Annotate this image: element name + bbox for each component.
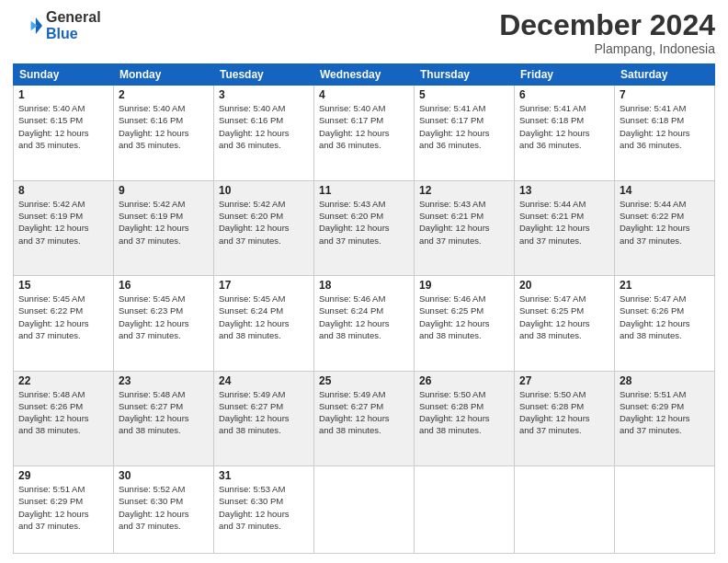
list-item: 9 Sunrise: 5:42 AMSunset: 6:19 PMDayligh… — [114, 180, 214, 275]
col-saturday: Saturday — [615, 64, 715, 86]
table-row: 1 Sunrise: 5:40 AMSunset: 6:15 PMDayligh… — [14, 86, 715, 180]
list-item: 21 Sunrise: 5:47 AMSunset: 6:26 PMDaylig… — [615, 276, 715, 371]
list-item: 31 Sunrise: 5:53 AMSunset: 6:30 PMDaylig… — [214, 466, 314, 554]
header-row: Sunday Monday Tuesday Wednesday Thursday… — [14, 64, 715, 86]
list-item: 15 Sunrise: 5:45 AMSunset: 6:22 PMDaylig… — [14, 276, 114, 371]
list-item: 20 Sunrise: 5:47 AMSunset: 6:25 PMDaylig… — [515, 276, 615, 371]
list-item: 2 Sunrise: 5:40 AMSunset: 6:16 PMDayligh… — [114, 86, 214, 180]
header: General Blue December 2024 Plampang, Ind… — [13, 9, 715, 56]
list-item: 13 Sunrise: 5:44 AMSunset: 6:21 PMDaylig… — [515, 180, 615, 275]
list-item: 16 Sunrise: 5:45 AMSunset: 6:23 PMDaylig… — [114, 276, 214, 371]
month-title: December 2024 — [499, 9, 715, 41]
col-tuesday: Tuesday — [214, 64, 314, 86]
list-item: 23 Sunrise: 5:48 AMSunset: 6:27 PMDaylig… — [114, 371, 214, 465]
list-item: 29 Sunrise: 5:51 AMSunset: 6:29 PMDaylig… — [14, 466, 114, 554]
calendar-table: Sunday Monday Tuesday Wednesday Thursday… — [13, 63, 715, 554]
table-row: 29 Sunrise: 5:51 AMSunset: 6:29 PMDaylig… — [14, 466, 715, 554]
title-block: December 2024 Plampang, Indonesia — [499, 9, 715, 56]
list-item: 30 Sunrise: 5:52 AMSunset: 6:30 PMDaylig… — [114, 466, 214, 554]
logo: General Blue — [13, 9, 101, 41]
page: General Blue December 2024 Plampang, Ind… — [0, 0, 728, 563]
list-item: 5 Sunrise: 5:41 AMSunset: 6:17 PMDayligh… — [415, 86, 515, 180]
list-item: 6 Sunrise: 5:41 AMSunset: 6:18 PMDayligh… — [515, 86, 615, 180]
list-item: 4 Sunrise: 5:40 AMSunset: 6:17 PMDayligh… — [314, 86, 415, 180]
empty-cell — [415, 466, 515, 554]
list-item: 24 Sunrise: 5:49 AMSunset: 6:27 PMDaylig… — [214, 371, 314, 465]
list-item: 28 Sunrise: 5:51 AMSunset: 6:29 PMDaylig… — [615, 371, 715, 465]
list-item: 10 Sunrise: 5:42 AMSunset: 6:20 PMDaylig… — [214, 180, 314, 275]
col-thursday: Thursday — [415, 64, 515, 86]
list-item: 3 Sunrise: 5:40 AMSunset: 6:16 PMDayligh… — [214, 86, 314, 180]
list-item: 26 Sunrise: 5:50 AMSunset: 6:28 PMDaylig… — [415, 371, 515, 465]
logo-blue: Blue — [46, 26, 101, 42]
list-item: 8 Sunrise: 5:42 AMSunset: 6:19 PMDayligh… — [14, 180, 114, 275]
list-item: 22 Sunrise: 5:48 AMSunset: 6:26 PMDaylig… — [14, 371, 114, 465]
list-item: 14 Sunrise: 5:44 AMSunset: 6:22 PMDaylig… — [615, 180, 715, 275]
table-row: 15 Sunrise: 5:45 AMSunset: 6:22 PMDaylig… — [14, 276, 715, 371]
list-item: 18 Sunrise: 5:46 AMSunset: 6:24 PMDaylig… — [314, 276, 415, 371]
list-item: 19 Sunrise: 5:46 AMSunset: 6:25 PMDaylig… — [415, 276, 515, 371]
empty-cell — [615, 466, 715, 554]
table-row: 22 Sunrise: 5:48 AMSunset: 6:26 PMDaylig… — [14, 371, 715, 465]
list-item: 7 Sunrise: 5:41 AMSunset: 6:18 PMDayligh… — [615, 86, 715, 180]
list-item: 12 Sunrise: 5:43 AMSunset: 6:21 PMDaylig… — [415, 180, 515, 275]
col-friday: Friday — [515, 64, 615, 86]
list-item: 1 Sunrise: 5:40 AMSunset: 6:15 PMDayligh… — [14, 86, 114, 180]
list-item: 11 Sunrise: 5:43 AMSunset: 6:20 PMDaylig… — [314, 180, 415, 275]
list-item: 17 Sunrise: 5:45 AMSunset: 6:24 PMDaylig… — [214, 276, 314, 371]
col-wednesday: Wednesday — [314, 64, 415, 86]
col-sunday: Sunday — [14, 64, 114, 86]
location-subtitle: Plampang, Indonesia — [499, 41, 715, 56]
logo-general: General — [46, 9, 101, 26]
empty-cell — [515, 466, 615, 554]
logo-text: General Blue — [46, 9, 101, 41]
table-row: 8 Sunrise: 5:42 AMSunset: 6:19 PMDayligh… — [14, 180, 715, 275]
list-item: 27 Sunrise: 5:50 AMSunset: 6:28 PMDaylig… — [515, 371, 615, 465]
empty-cell — [314, 466, 415, 554]
logo-icon — [13, 11, 42, 40]
col-monday: Monday — [114, 64, 214, 86]
list-item: 25 Sunrise: 5:49 AMSunset: 6:27 PMDaylig… — [314, 371, 415, 465]
